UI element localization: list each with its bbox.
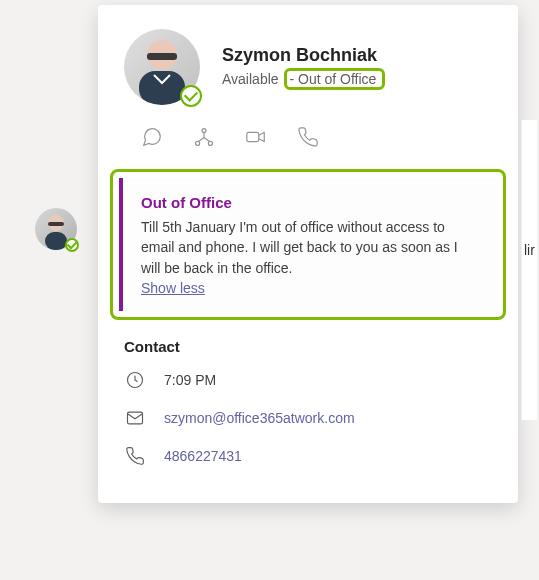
video-icon	[245, 126, 267, 148]
profile-title-block: Szymon Bochniak Available - Out of Offic…	[222, 45, 385, 90]
svg-rect-9	[247, 132, 259, 141]
presence-badge-available-ooo-icon	[65, 238, 79, 252]
presence-badge-available-ooo-icon	[180, 85, 202, 107]
contact-time: 7:09 PM	[164, 372, 216, 388]
svg-point-6	[202, 129, 206, 133]
ooo-highlight-box: Out of Office Till 5th January I'm out o…	[110, 169, 506, 320]
mail-icon	[124, 407, 146, 429]
org-icon	[193, 126, 215, 148]
adjacent-panel-fragment: lir	[521, 120, 537, 420]
contact-email-row: szymon@office365atwork.com	[124, 407, 492, 429]
chat-icon	[141, 126, 163, 148]
org-button[interactable]	[192, 125, 216, 149]
contact-phone-row: 4866227431	[124, 445, 492, 467]
contact-heading: Contact	[124, 338, 492, 355]
profile-avatar[interactable]	[124, 29, 200, 105]
contact-email-link[interactable]: szymon@office365atwork.com	[164, 410, 355, 426]
video-call-button[interactable]	[244, 125, 268, 149]
ooo-tag-highlight: - Out of Office	[284, 68, 385, 90]
profile-header: Szymon Bochniak Available - Out of Offic…	[98, 5, 518, 117]
ooo-banner: Out of Office Till 5th January I'm out o…	[119, 178, 497, 311]
svg-rect-4	[139, 71, 185, 105]
phone-icon	[297, 126, 319, 148]
conversation-peer-avatar[interactable]	[35, 208, 77, 250]
chat-button[interactable]	[140, 125, 164, 149]
contact-section: Contact 7:09 PM szymon@office365atwork.c…	[98, 328, 518, 467]
contact-time-row: 7:09 PM	[124, 369, 492, 391]
svg-rect-11	[128, 412, 143, 424]
svg-point-8	[208, 141, 212, 145]
svg-point-7	[196, 141, 200, 145]
ooo-toggle-link[interactable]: Show less	[141, 280, 205, 296]
action-bar	[98, 117, 518, 163]
svg-rect-1	[45, 232, 67, 250]
presence-line: Available - Out of Office	[222, 68, 385, 90]
ooo-title: Out of Office	[141, 194, 479, 211]
phone-icon	[124, 445, 146, 467]
profile-name: Szymon Bochniak	[222, 45, 385, 66]
ooo-message: Till 5th January I'm out of office witho…	[141, 217, 479, 278]
audio-call-button[interactable]	[296, 125, 320, 149]
svg-rect-2	[48, 222, 64, 226]
contact-phone-link[interactable]: 4866227431	[164, 448, 242, 464]
presence-text: Available	[222, 71, 279, 87]
profile-card: Szymon Bochniak Available - Out of Offic…	[98, 5, 518, 503]
svg-rect-5	[147, 53, 177, 60]
clock-icon	[124, 369, 146, 391]
